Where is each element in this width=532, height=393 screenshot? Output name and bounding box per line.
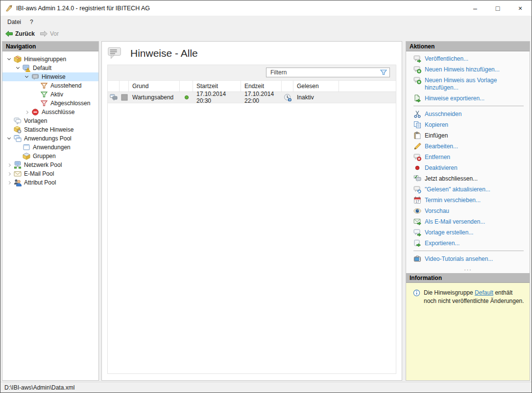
chevron-spacer	[32, 90, 39, 99]
column-header-type[interactable]	[120, 81, 129, 92]
menu-item-datei[interactable]: Datei	[3, 17, 25, 27]
tree-item-default[interactable]: Default	[2, 64, 98, 72]
column-header-grund[interactable]: Grund	[129, 81, 180, 92]
chevron-down-icon[interactable]	[6, 134, 12, 143]
filter-input[interactable]	[266, 68, 390, 77]
tree-item-e-mail-pool[interactable]: E-Mail Pool	[2, 169, 98, 178]
minimize-button[interactable]: –	[464, 0, 486, 16]
note-icon	[31, 73, 39, 81]
tree-item-statische-hinweise[interactable]: Statische Hinweise	[2, 125, 98, 134]
action-label: Als E-Mail versenden...	[425, 218, 485, 226]
paste-icon	[413, 132, 421, 139]
chevron-down-icon[interactable]	[15, 64, 21, 72]
menu-item-hilfe[interactable]: ?	[25, 17, 38, 27]
action-ausschneiden[interactable]: Ausschneiden	[413, 111, 526, 118]
forward-button[interactable]: Vor	[37, 29, 61, 38]
action-einfuegen[interactable]: Einfügen	[413, 132, 526, 139]
tree-item-abgeschlossen[interactable]: Abgeschlossen	[2, 99, 98, 108]
cell-gelesen-icon	[282, 92, 293, 103]
action-neuer-hinweis[interactable]: Neuen Hinweis hinzufügen...	[413, 66, 526, 73]
column-header-gelesen-icon[interactable]	[282, 81, 293, 92]
tree-item-attribut-pool[interactable]: Attribut Pool	[2, 178, 98, 187]
cell-select	[108, 92, 120, 103]
action-kopieren[interactable]: Kopieren	[413, 121, 526, 129]
chevron-right-icon[interactable]	[6, 161, 12, 169]
funnel-orange-icon	[40, 82, 48, 90]
finish-icon	[413, 175, 421, 183]
chevron-right-icon[interactable]	[6, 169, 12, 178]
maximize-button[interactable]: □	[486, 0, 509, 16]
user-icon	[14, 179, 22, 186]
tree-item-hinweise[interactable]: Hinweise	[2, 72, 98, 81]
column-header-status[interactable]	[180, 81, 193, 92]
action-vorlage-erstellen[interactable]: Vorlage erstellen...	[413, 229, 526, 236]
action-bearbeiten[interactable]: Bearbeiten...	[413, 143, 526, 150]
chevron-spacer	[15, 143, 21, 152]
navigation-header: Navigation	[2, 42, 98, 51]
action-label: Bearbeiten...	[425, 143, 458, 150]
chevron-down-icon[interactable]	[24, 72, 30, 81]
action-exportieren[interactable]: Exportieren...	[413, 240, 526, 247]
tree-item-anwendungs-pool[interactable]: Anwendungs Pool	[2, 134, 98, 143]
funnel-green-icon	[40, 91, 48, 98]
filter-icon[interactable]	[380, 69, 387, 76]
templates-icon	[14, 117, 22, 125]
tree-item-anwendungen[interactable]: Anwendungen	[2, 143, 98, 152]
column-header-endzeit[interactable]: Endzeit	[241, 81, 282, 92]
svg-text:17: 17	[415, 200, 419, 203]
static-note-icon	[14, 126, 22, 134]
publish-icon	[413, 55, 421, 63]
back-button[interactable]: Zurück	[2, 29, 37, 38]
funnel-red-icon	[40, 99, 48, 107]
preview-icon	[413, 207, 421, 215]
action-termin-verschieben[interactable]: 17Termin verschieben...	[413, 197, 526, 204]
action-vorschau[interactable]: Vorschau	[413, 208, 526, 215]
tree-item-netzwerk-pool[interactable]: Netzwerk Pool	[2, 161, 98, 169]
column-header-gelesen[interactable]: Gelesen	[293, 81, 339, 92]
splitter-grip[interactable]: ···	[406, 268, 530, 271]
action-gelesen-aktualisieren[interactable]: "Gelesen" aktualisieren...	[413, 186, 526, 193]
tree-item-label: Hinweisgruppen	[24, 56, 66, 63]
tree-item-label: E-Mail Pool	[24, 170, 54, 177]
action-hinweise-exportieren[interactable]: Hinweise exportieren...	[413, 95, 526, 102]
action-deaktivieren[interactable]: Deaktivieren	[413, 164, 526, 172]
default-group-link[interactable]: Default	[475, 289, 493, 296]
refresh-note-icon	[413, 185, 421, 193]
tree-item-label: Anwendungen	[33, 144, 71, 151]
action-als-email-versenden[interactable]: Als E-Mail versenden...	[413, 218, 526, 226]
tree-item-aktiv[interactable]: Aktiv	[2, 90, 98, 99]
action-video-tutorials[interactable]: Video-Tutorials ansehen...	[413, 255, 526, 263]
tree-item-ausstehend[interactable]: Ausstehend	[2, 81, 98, 90]
tree-item-ausschluesse[interactable]: Ausschlüsse	[2, 108, 98, 116]
table-row[interactable]: Wartungsabend17.10.2014 20:3017.10.2014 …	[108, 92, 396, 103]
action-label: Neuen Hinweis hinzufügen...	[425, 66, 500, 73]
navigation-panel: Navigation HinweisgruppenDefaultHinweise…	[2, 41, 99, 381]
column-header-select[interactable]	[108, 81, 120, 92]
action-entfernen[interactable]: Entfernen	[413, 154, 526, 161]
monitor-warning-icon	[23, 64, 30, 72]
network-icon	[14, 161, 22, 169]
chevron-down-icon[interactable]	[6, 55, 12, 64]
add-note-icon	[413, 76, 421, 84]
cell-grund: Wartungsabend	[129, 92, 180, 103]
tree-item-vorlagen[interactable]: Vorlagen	[2, 116, 98, 125]
forward-button-label: Vor	[50, 30, 59, 37]
toolbar: Zurück Vor	[0, 28, 532, 40]
chevron-right-icon[interactable]	[24, 108, 30, 116]
action-label: Kopieren	[425, 121, 448, 129]
remove-icon	[413, 153, 421, 161]
action-label: Einfügen	[425, 132, 448, 139]
tree-item-hinweisgruppen[interactable]: Hinweisgruppen	[2, 55, 98, 64]
cell-endzeit: 17.10.2014 22:00	[241, 92, 282, 103]
cell-status	[180, 92, 193, 103]
tree-item-gruppen[interactable]: Gruppen	[2, 152, 98, 161]
action-jetzt-abschliessen[interactable]: Jetzt abschliessen...	[413, 175, 526, 183]
chevron-right-icon[interactable]	[6, 178, 12, 187]
column-header-startzeit[interactable]: Startzeit	[193, 81, 241, 92]
gray-square-icon	[121, 93, 128, 101]
action-veroeffentlichen[interactable]: Veröffentlichen...	[413, 55, 526, 63]
status-path: D:\IBI-aws\Admin\Data.xml	[4, 384, 74, 391]
close-button[interactable]: ×	[509, 0, 532, 16]
action-label: Vorschau	[425, 208, 449, 215]
action-hinweis-aus-vorlage[interactable]: Neuen Hinweis aus Vorlage hinzufügen...	[413, 77, 526, 92]
